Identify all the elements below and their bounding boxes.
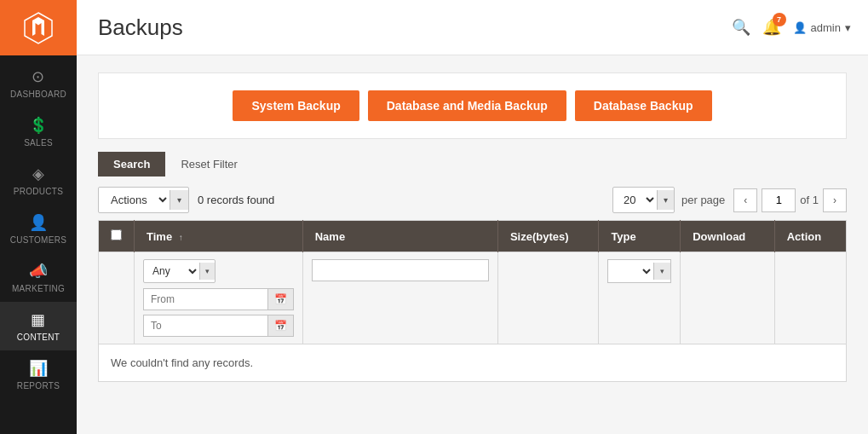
table-filter-row: Any ▾ 📅 📅 [99, 252, 847, 344]
filter-time-from-wrap: 📅 [143, 288, 294, 310]
pagination-next-button[interactable]: › [823, 188, 847, 212]
filter-cell-name [302, 252, 497, 344]
col-download-label: Download [693, 230, 745, 243]
col-action: Action [774, 221, 846, 252]
actions-select[interactable]: Actions [99, 188, 170, 212]
pagination-prev-button[interactable]: ‹ [733, 188, 757, 212]
col-size: Size(bytes) [497, 221, 598, 252]
db-backup-button[interactable]: Database Backup [575, 90, 712, 121]
empty-state-row: We couldn't find any records. [99, 344, 847, 382]
filter-time-from-calendar-icon[interactable]: 📅 [267, 289, 293, 310]
filter-time-to-input[interactable] [144, 315, 267, 336]
per-page-label: per page [681, 194, 725, 206]
select-all-checkbox[interactable] [111, 229, 122, 240]
backup-buttons-bar: System Backup Database and Media Backup … [98, 72, 847, 139]
reports-icon: 📊 [29, 359, 48, 378]
system-backup-button[interactable]: System Backup [233, 90, 359, 121]
sidebar-item-marketing[interactable]: 📣 Marketing [0, 253, 77, 302]
grid-controls: Actions ▾ 0 records found 20 ▾ per page … [98, 187, 847, 213]
page-content: System Backup Database and Media Backup … [77, 55, 868, 434]
filter-name-input[interactable] [312, 259, 489, 281]
sidebar-item-marketing-label: Marketing [12, 284, 65, 293]
empty-state-message: We couldn't find any records. [99, 344, 847, 382]
admin-user-menu[interactable]: 👤 admin ▾ [793, 21, 851, 34]
page-title: Backups [98, 14, 183, 41]
col-size-label: Size(bytes) [510, 230, 569, 243]
filter-cell-checkbox [99, 252, 135, 344]
filter-time-to-calendar-icon[interactable]: 📅 [267, 315, 293, 336]
reset-filter-button[interactable]: Reset Filter [165, 152, 252, 176]
pagination: ‹ of 1 › [733, 188, 847, 212]
db-media-backup-button[interactable]: Database and Media Backup [368, 90, 566, 121]
col-name-label: Name [315, 230, 345, 243]
filter-cell-type: ▾ [599, 252, 681, 344]
search-icon[interactable]: 🔍 [732, 18, 750, 37]
col-time: Time ↑ [135, 221, 303, 252]
main-content: Backups 🔍 🔔 7 👤 admin ▾ System Backup Da… [77, 0, 868, 434]
per-page-select[interactable]: 20 [613, 188, 657, 212]
per-page-dropdown-arrow[interactable]: ▾ [657, 190, 674, 210]
admin-user-icon: 👤 [793, 21, 807, 34]
sidebar-item-reports-label: Reports [17, 381, 60, 391]
customers-icon: 👤 [29, 213, 48, 232]
sidebar-item-sales[interactable]: 💲 Sales [0, 107, 77, 156]
filter-time-any-select[interactable]: Any [144, 260, 199, 282]
backups-table: Time ↑ Name Size(bytes) Type Download [98, 220, 847, 382]
records-count: 0 records found [198, 194, 604, 206]
sidebar-item-dashboard[interactable]: ⊙ Dashboard [0, 59, 77, 107]
sidebar-item-products-label: Products [14, 187, 64, 196]
notification-badge: 7 [773, 13, 786, 26]
sidebar-item-content-label: Content [17, 333, 60, 342]
sidebar-item-customers-label: Customers [10, 235, 66, 245]
pagination-of-label: of 1 [800, 194, 819, 206]
admin-dropdown-icon: ▾ [845, 21, 851, 34]
filter-type-wrap: ▾ [607, 259, 671, 283]
sales-icon: 💲 [29, 116, 48, 135]
filter-cell-size [497, 252, 598, 344]
filter-any-dropdown-arrow[interactable]: ▾ [199, 263, 215, 280]
per-page-wrap: 20 ▾ per page [612, 187, 725, 213]
sidebar-item-customers[interactable]: 👤 Customers [0, 205, 77, 253]
filter-cell-time: Any ▾ 📅 📅 [135, 252, 303, 344]
topbar: Backups 🔍 🔔 7 👤 admin ▾ [77, 0, 868, 55]
per-page-select-wrap: 20 ▾ [612, 187, 675, 213]
search-button[interactable]: Search [98, 152, 165, 176]
marketing-icon: 📣 [29, 262, 48, 281]
col-time-label: Time [147, 230, 172, 243]
col-type: Type [599, 221, 681, 252]
col-checkbox [99, 221, 135, 252]
notifications-button[interactable]: 🔔 7 [762, 18, 781, 37]
search-filter-bar: Search Reset Filter [98, 152, 847, 176]
filter-cell-download [681, 252, 775, 344]
actions-dropdown-wrap: Actions ▾ [98, 187, 189, 213]
dashboard-icon: ⊙ [32, 67, 44, 86]
admin-username: admin [811, 21, 841, 34]
filter-type-select[interactable] [608, 260, 653, 282]
sidebar-item-content[interactable]: ▦ Content [0, 302, 77, 350]
col-name: Name [302, 221, 497, 252]
sidebar-item-sales-label: Sales [24, 138, 53, 148]
products-icon: ◈ [32, 165, 44, 183]
filter-type-dropdown-arrow[interactable]: ▾ [653, 263, 670, 280]
sort-time-icon[interactable]: ↑ [179, 233, 183, 242]
sidebar: ⊙ Dashboard 💲 Sales ◈ Products 👤 Custome… [0, 0, 77, 434]
sidebar-item-reports[interactable]: 📊 Reports [0, 350, 77, 399]
col-action-label: Action [787, 230, 821, 243]
filter-time-to-wrap: 📅 [143, 315, 294, 337]
filter-time-from-input[interactable] [144, 289, 267, 310]
col-type-label: Type [611, 230, 635, 243]
sidebar-logo[interactable] [0, 0, 77, 55]
filter-time-any-wrap: Any ▾ [143, 259, 216, 283]
sidebar-item-products[interactable]: ◈ Products [0, 156, 77, 205]
content-icon: ▦ [31, 310, 45, 329]
table-header-row: Time ↑ Name Size(bytes) Type Download [99, 221, 847, 252]
pagination-page-input[interactable] [762, 188, 796, 212]
topbar-actions: 🔍 🔔 7 👤 admin ▾ [732, 18, 851, 37]
actions-dropdown-arrow[interactable]: ▾ [170, 190, 188, 210]
sidebar-item-dashboard-label: Dashboard [10, 90, 66, 99]
col-download: Download [681, 221, 775, 252]
filter-cell-action [774, 252, 846, 344]
